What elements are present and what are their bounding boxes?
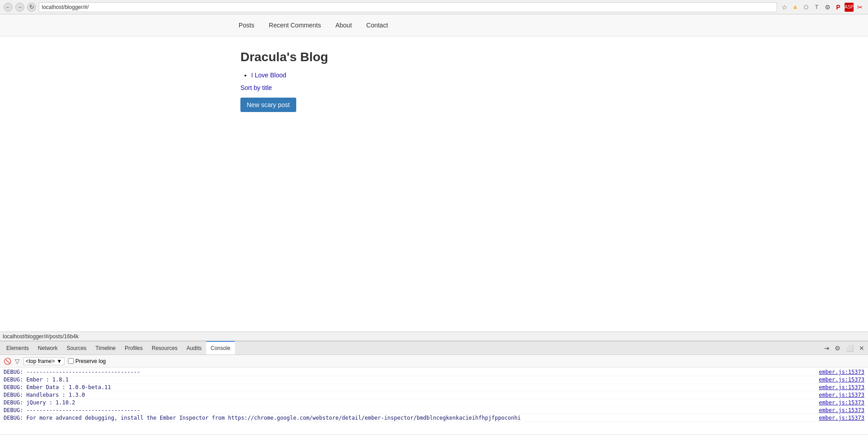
nav-about[interactable]: About	[328, 14, 359, 36]
clear-console-icon[interactable]: 🚫	[4, 358, 11, 365]
console-line-text: DEBUG: ---------------------------------…	[4, 407, 812, 413]
console-source-link[interactable]: ember.js:15373	[819, 369, 864, 375]
filter-icon[interactable]: ▽	[15, 358, 20, 365]
console-line-text: DEBUG: Ember : 1.8.1	[4, 377, 812, 383]
sort-by-title-link[interactable]: Sort by title	[240, 84, 628, 91]
status-bar: localhost/blogger/#/posts/16b4k	[0, 332, 868, 341]
devtools-panel: Elements Network Sources Timeline Profil…	[0, 341, 868, 435]
ext-icon-4[interactable]: ✂	[855, 3, 864, 12]
ext-icon-3[interactable]: ASP	[845, 3, 854, 12]
console-source-link[interactable]: ember.js:15373	[819, 407, 864, 413]
status-url: localhost/blogger/#/posts/16b4k	[3, 333, 79, 340]
console-source-link[interactable]: ember.js:15373	[819, 415, 864, 421]
frame-selector[interactable]: <top frame> ▼	[23, 357, 64, 365]
console-source-link[interactable]: ember.js:15373	[819, 399, 864, 406]
console-line-text: DEBUG: For more advanced debugging, inst…	[4, 415, 812, 421]
tab-timeline[interactable]: Timeline	[91, 341, 120, 355]
tab-network[interactable]: Network	[33, 341, 62, 355]
post-link-blood[interactable]: I Love Blood	[251, 72, 286, 79]
nav-posts[interactable]: Posts	[231, 14, 262, 36]
console-line: DEBUG: For more advanced debugging, inst…	[0, 414, 868, 422]
console-line: DEBUG: Ember : 1.8.1 ember.js:15373	[0, 376, 868, 384]
console-line-text: DEBUG: jQuery : 1.10.2	[4, 399, 812, 406]
nav-recent-comments[interactable]: Recent Comments	[262, 14, 328, 36]
console-output: DEBUG: ---------------------------------…	[0, 368, 868, 435]
post-list: I Love Blood	[251, 72, 628, 79]
new-scary-post-button[interactable]: New scary post	[240, 98, 296, 112]
console-source-link[interactable]: ember.js:15373	[819, 384, 864, 390]
blog-nav-inner: Posts Recent Comments About Contact	[231, 14, 637, 36]
console-line: DEBUG: Ember Data : 1.0.0-beta.11 ember.…	[0, 384, 868, 391]
tab-profiles[interactable]: Profiles	[120, 341, 147, 355]
tab-audits[interactable]: Audits	[182, 341, 206, 355]
star-icon[interactable]: ☆	[780, 3, 789, 12]
console-line: DEBUG: ---------------------------------…	[0, 368, 868, 376]
devtools-tabs: Elements Network Sources Timeline Profil…	[0, 341, 868, 355]
tab-console[interactable]: Console	[206, 341, 235, 354]
page-area: Posts Recent Comments About Contact Drac…	[0, 14, 868, 332]
tab-resources[interactable]: Resources	[147, 341, 182, 355]
console-line: DEBUG: ---------------------------------…	[0, 407, 868, 414]
console-line-text: DEBUG: Ember Data : 1.0.0-beta.11	[4, 384, 812, 390]
browser-chrome: ← → ↻ ☆ a ⬡ T ⚙ P ASP ✂	[0, 0, 868, 14]
preserve-log-checkbox[interactable]	[68, 358, 74, 364]
amazon-icon[interactable]: a	[791, 3, 800, 12]
back-button[interactable]: ←	[4, 3, 13, 12]
forward-button[interactable]: →	[15, 3, 24, 12]
blog-title: Dracula's Blog	[240, 50, 628, 64]
frame-chevron-icon: ▼	[57, 358, 62, 364]
blog-content: Dracula's Blog I Love Blood Sort by titl…	[231, 36, 637, 126]
tab-elements[interactable]: Elements	[2, 341, 33, 355]
devtools-expand-icon[interactable]: ⇥	[822, 344, 831, 353]
tab-sources[interactable]: Sources	[62, 341, 91, 355]
ext-icon-2[interactable]: T	[812, 3, 821, 12]
console-source-link[interactable]: ember.js:15373	[819, 392, 864, 398]
browser-icons: ☆ a ⬡ T ⚙ P ASP ✂	[780, 3, 864, 12]
devtools-tab-icons: ⇥ ⚙ ⬜ ✕	[822, 344, 866, 353]
pinterest-icon[interactable]: P	[834, 3, 843, 12]
devtools-close-icon[interactable]: ✕	[857, 344, 866, 353]
console-line-text: DEBUG: Handlebars : 1.3.0	[4, 392, 812, 398]
address-bar[interactable]	[39, 2, 777, 12]
blog-nav: Posts Recent Comments About Contact	[0, 14, 868, 36]
devtools-settings-icon[interactable]: ⚙	[833, 344, 842, 353]
nav-contact[interactable]: Contact	[359, 14, 395, 36]
console-line: DEBUG: jQuery : 1.10.2 ember.js:15373	[0, 399, 868, 407]
list-item: I Love Blood	[251, 72, 628, 79]
gear-icon[interactable]: ⚙	[823, 3, 832, 12]
ext-icon-1[interactable]: ⬡	[801, 3, 810, 12]
console-line-text: DEBUG: ---------------------------------…	[4, 369, 812, 375]
console-source-link[interactable]: ember.js:15373	[819, 377, 864, 383]
console-line: DEBUG: Handlebars : 1.3.0 ember.js:15373	[0, 391, 868, 399]
devtools-dock-icon[interactable]: ⬜	[844, 344, 855, 353]
frame-selector-label: <top frame>	[26, 358, 55, 364]
refresh-button[interactable]: ↻	[27, 3, 36, 12]
preserve-log-label[interactable]: Preserve log	[68, 358, 106, 364]
console-toolbar: 🚫 ▽ <top frame> ▼ Preserve log	[0, 355, 868, 368]
